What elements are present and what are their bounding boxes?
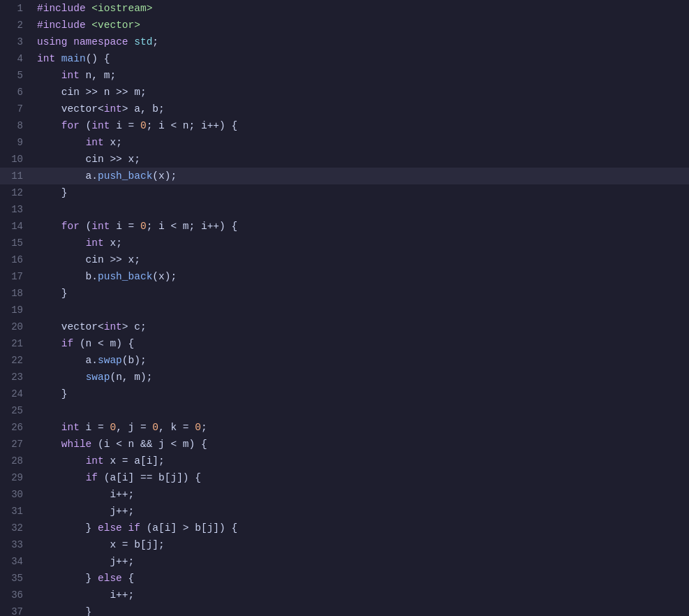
code-line: 32 } else if (a[i] > b[j]) { [0, 520, 689, 536]
token-plain: cin >> n >> m; [37, 87, 147, 98]
token-func: push_back [98, 170, 152, 182]
token-plain: (n < m) { [73, 338, 134, 349]
code-line: 3using namespace std; [0, 34, 689, 50]
line-number: 34 [0, 553, 31, 570]
token-plain: ; i < n; i++) { [147, 120, 238, 131]
token-plain: i = [110, 221, 140, 232]
token-plain: > a, b; [122, 103, 165, 115]
token-plain: ; [201, 422, 207, 433]
line-number: 24 [0, 386, 31, 402]
token-plain: (n, m); [110, 372, 152, 383]
line-number: 27 [0, 436, 31, 453]
token-include-file: <vector> [91, 20, 140, 31]
line-content: i++; [31, 587, 689, 603]
code-line: 33 x = b[j]; [0, 536, 689, 553]
code-line: 24 } [0, 386, 689, 402]
token-plain: vector< [37, 321, 104, 332]
line-content: int n, m; [31, 67, 689, 84]
line-content: #include <vector> [31, 17, 689, 34]
line-content: using namespace std; [31, 34, 689, 50]
token-kw: else [98, 522, 122, 534]
token-plain: (b); [122, 355, 147, 366]
code-line: 13 [0, 201, 689, 218]
code-line: 29 if (a[i] == b[j]) { [0, 469, 689, 486]
token-plain: ( [80, 120, 91, 131]
code-line: 6 cin >> n >> m; [0, 84, 689, 101]
token-plain: } [37, 522, 98, 534]
token-plain: (a[i] == b[j]) { [98, 472, 201, 483]
line-number: 18 [0, 285, 31, 302]
token-plain [37, 372, 86, 383]
line-number: 2 [0, 17, 31, 34]
line-number: 33 [0, 536, 31, 553]
line-content: } else { [31, 570, 689, 587]
token-plain [37, 237, 86, 249]
token-func: main [61, 53, 86, 64]
code-line: 4int main() { [0, 50, 689, 67]
line-number: 9 [0, 134, 31, 151]
token-kw: namespace [73, 36, 128, 47]
code-line: 12 } [0, 184, 689, 201]
token-kw: #include [37, 3, 86, 14]
token-plain [55, 53, 61, 64]
code-line: 37 } [0, 603, 689, 616]
code-line: 9 int x; [0, 134, 689, 151]
line-number: 23 [0, 369, 31, 386]
line-content: a.push_back(x); [31, 168, 689, 184]
token-plain: x; [104, 237, 122, 249]
token-plain [37, 472, 86, 483]
line-number: 14 [0, 218, 31, 235]
token-plain: } [37, 187, 68, 198]
line-content: swap(n, m); [31, 369, 689, 386]
line-content: i++; [31, 486, 689, 503]
token-plain: } [37, 573, 98, 584]
line-content: #include <iostream> [31, 0, 689, 17]
token-type: int [91, 120, 110, 131]
token-plain: } [37, 288, 68, 299]
token-plain: } [37, 388, 68, 399]
code-line: 16 cin >> x; [0, 251, 689, 268]
line-number: 17 [0, 268, 31, 285]
token-plain: , j = [116, 422, 152, 433]
token-kw: using [37, 36, 68, 47]
token-plain: (x); [152, 271, 177, 282]
token-type: int [91, 221, 110, 232]
token-kw: for [61, 221, 80, 232]
token-plain: > c; [122, 321, 147, 332]
line-content: int x; [31, 235, 689, 251]
line-content: int x; [31, 134, 689, 151]
token-plain: i = [110, 120, 140, 131]
token-number: 0 [195, 422, 201, 433]
token-plain [37, 439, 61, 450]
token-kw: while [61, 439, 92, 450]
code-line: 25 [0, 402, 689, 419]
code-line: 26 int i = 0, j = 0, k = 0; [0, 419, 689, 436]
token-plain [37, 120, 61, 131]
line-content: int i = 0, j = 0, k = 0; [31, 419, 689, 436]
token-plain [37, 137, 86, 148]
line-number: 25 [0, 402, 31, 419]
line-content: if (n < m) { [31, 335, 689, 352]
token-plain: (a[i] > b[j]) { [140, 522, 237, 534]
code-line: 34 j++; [0, 553, 689, 570]
token-plain [37, 338, 61, 349]
token-plain: a. [37, 170, 98, 182]
code-line: 22 a.swap(b); [0, 352, 689, 369]
line-content: while (i < n && j < m) { [31, 436, 689, 453]
token-plain: ; i < m; i++) { [147, 221, 238, 232]
token-number: 0 [152, 422, 158, 433]
line-number: 19 [0, 302, 31, 318]
token-plain [37, 455, 86, 467]
line-content: for (int i = 0; i < m; i++) { [31, 218, 689, 235]
line-number: 5 [0, 67, 31, 84]
token-func: swap [86, 372, 110, 383]
line-content [31, 201, 689, 218]
line-number: 31 [0, 503, 31, 520]
token-type: int [104, 103, 122, 115]
token-plain [128, 36, 135, 47]
line-content: for (int i = 0; i < n; i++) { [31, 117, 689, 134]
token-plain [37, 70, 61, 81]
code-line: 21 if (n < m) { [0, 335, 689, 352]
line-content: b.push_back(x); [31, 268, 689, 285]
token-type: int [61, 422, 80, 433]
